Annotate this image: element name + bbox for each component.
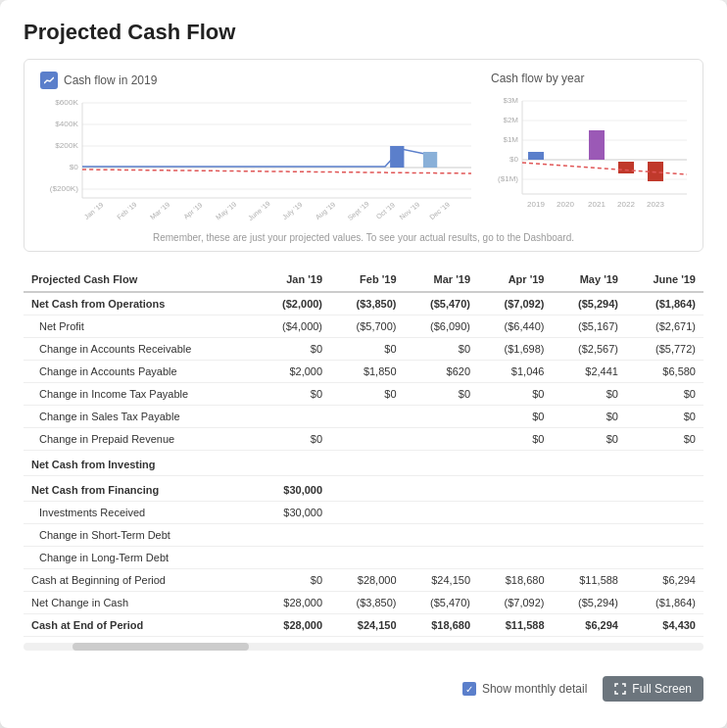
row-value: [257, 451, 330, 476]
row-value: $0: [257, 383, 330, 406]
svg-text:June '19: June '19: [247, 200, 272, 222]
row-value: ($1,698): [478, 338, 552, 361]
row-value: $0: [626, 383, 703, 406]
row-value: [405, 524, 478, 547]
row-label: Cash at End of Period: [24, 614, 257, 637]
svg-text:$0: $0: [509, 155, 518, 164]
svg-text:Nov '19: Nov '19: [398, 201, 421, 221]
row-label: Net Cash from Operations: [24, 292, 257, 315]
row-value: [257, 406, 330, 428]
row-value: [405, 502, 478, 524]
svg-text:Sept '19: Sept '19: [347, 200, 371, 221]
svg-rect-41: [618, 162, 634, 173]
row-value: [478, 476, 552, 502]
row-value: $0: [405, 338, 478, 361]
row-value: $0: [478, 406, 552, 428]
svg-text:July '19: July '19: [281, 201, 305, 221]
svg-text:Feb '19: Feb '19: [116, 201, 138, 221]
row-label: Change in Accounts Receivable: [24, 338, 257, 361]
row-value: ($6,440): [478, 315, 552, 338]
svg-text:2019: 2019: [527, 200, 545, 209]
page-title: Projected Cash Flow: [24, 20, 703, 45]
chart-left: Cash flow in 2019 $600K $400K $200K $0 (…: [40, 72, 471, 226]
row-value: $30,000: [257, 502, 330, 524]
row-value: ($1,864): [626, 292, 703, 315]
row-value: [553, 547, 626, 569]
show-monthly-checkbox[interactable]: [462, 682, 476, 696]
table-row: Net Cash from Operations($2,000)($3,850)…: [24, 292, 703, 315]
footer: Show monthly detail Full Screen: [24, 668, 703, 702]
row-value: [478, 524, 552, 547]
table-row: Net Cash from Investing: [24, 451, 703, 476]
row-value: $11,588: [553, 569, 626, 592]
table-row: Cash at End of Period$28,000$24,150$18,6…: [24, 614, 703, 637]
row-value: $6,294: [626, 569, 703, 592]
col-header-label: Projected Cash Flow: [24, 267, 257, 292]
row-value: [553, 451, 626, 476]
table-row: Change in Income Tax Payable$0$0$0$0$0$0: [24, 383, 703, 406]
row-value: [553, 502, 626, 524]
row-value: [553, 524, 626, 547]
svg-text:$3M: $3M: [503, 96, 518, 105]
table-row: Change in Short-Term Debt: [24, 524, 703, 547]
chart-icon: [40, 72, 58, 89]
row-label: Change in Long-Term Debt: [24, 547, 257, 569]
row-value: [626, 502, 703, 524]
row-value: $2,000: [257, 361, 330, 383]
chart-right-label: Cash flow by year: [491, 72, 687, 85]
svg-text:$1M: $1M: [503, 135, 518, 144]
row-value: ($5,167): [553, 315, 626, 338]
col-header-apr: Apr '19: [478, 267, 552, 292]
fullscreen-icon: [614, 683, 626, 695]
row-value: ($5,294): [553, 292, 626, 315]
svg-text:$0: $0: [70, 163, 79, 171]
row-value: ($5,470): [405, 592, 478, 614]
row-value: $11,588: [478, 614, 552, 637]
full-screen-button[interactable]: Full Screen: [603, 676, 703, 702]
row-value: [478, 451, 552, 476]
table-row: Change in Accounts Payable$2,000$1,850$6…: [24, 361, 703, 383]
row-value: $2,441: [553, 361, 626, 383]
row-label: Change in Prepaid Revenue: [24, 428, 257, 451]
col-header-jan: Jan '19: [257, 267, 330, 292]
cash-flow-table: Projected Cash Flow Jan '19 Feb '19 Mar …: [24, 267, 703, 637]
horizontal-scrollbar[interactable]: [24, 643, 703, 651]
row-value: $0: [626, 406, 703, 428]
row-value: ($5,700): [330, 315, 404, 338]
show-monthly-toggle[interactable]: Show monthly detail: [462, 682, 587, 696]
row-value: [626, 476, 703, 502]
row-value: [626, 524, 703, 547]
row-value: ($5,772): [626, 338, 703, 361]
svg-text:2023: 2023: [647, 200, 664, 209]
table-wrapper[interactable]: Projected Cash Flow Jan '19 Feb '19 Mar …: [24, 267, 703, 656]
main-container: Projected Cash Flow Cash flow in 2019 $6…: [0, 0, 727, 728]
row-value: [330, 406, 404, 428]
row-value: [626, 451, 703, 476]
svg-text:Mar '19: Mar '19: [149, 201, 171, 221]
row-value: $18,680: [405, 614, 478, 637]
row-value: ($6,090): [405, 315, 478, 338]
svg-text:Oct '19: Oct '19: [375, 201, 397, 220]
row-value: $24,150: [330, 614, 404, 637]
row-value: $620: [405, 361, 478, 383]
row-label: Net Change in Cash: [24, 592, 257, 614]
scroll-thumb[interactable]: [73, 643, 249, 651]
row-value: ($4,000): [257, 315, 330, 338]
table-row: Investments Received$30,000: [24, 502, 703, 524]
row-value: [405, 406, 478, 428]
row-value: $6,580: [626, 361, 703, 383]
chart-left-label: Cash flow in 2019: [40, 72, 471, 89]
row-value: $0: [330, 338, 404, 361]
row-label: Net Cash from Investing: [24, 451, 257, 476]
row-value: [626, 547, 703, 569]
row-value: [257, 547, 330, 569]
col-header-mar: Mar '19: [405, 267, 478, 292]
row-value: $6,294: [553, 614, 626, 637]
table-row: Change in Accounts Receivable$0$0$0($1,6…: [24, 338, 703, 361]
row-label: Change in Sales Tax Payable: [24, 406, 257, 428]
row-value: $1,850: [330, 361, 404, 383]
row-value: $30,000: [257, 476, 330, 502]
row-value: $0: [330, 383, 404, 406]
table-header-row: Projected Cash Flow Jan '19 Feb '19 Mar …: [24, 267, 703, 292]
right-chart-svg: $3M $2M $1M $0 ($1M): [491, 91, 687, 218]
